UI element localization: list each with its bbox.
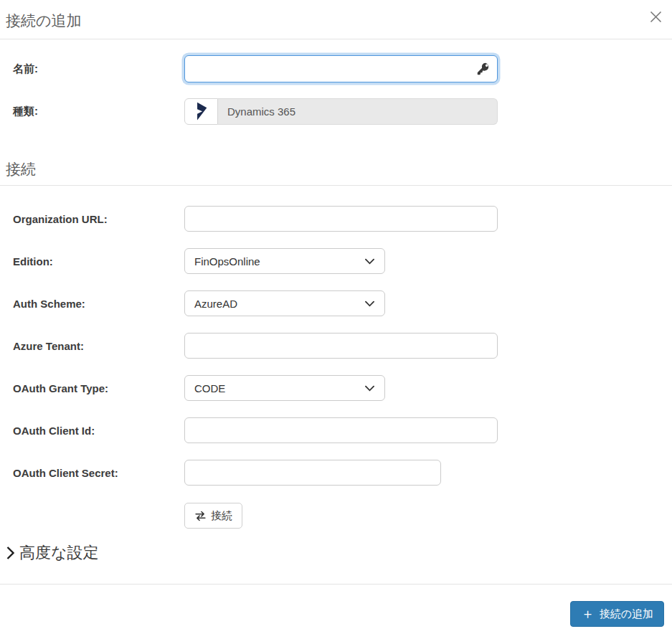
edition-label: Edition: [13,255,184,268]
connection-type-display: Dynamics 365 [184,98,498,125]
dialog-title: 接続の追加 [6,11,82,31]
auth-scheme-row: Auth Scheme: AzureAD [0,290,672,316]
connection-section-title: 接続 [6,159,672,179]
oauth-client-id-label: OAuth Client Id: [13,425,184,437]
advanced-settings-label: 高度な設定 [19,542,99,564]
chevron-down-icon [364,257,375,266]
chevron-right-icon [4,545,16,561]
advanced-settings-toggle[interactable]: 高度な設定 [4,542,672,564]
connect-button-label: 接続 [211,509,232,523]
azure-tenant-input[interactable] [184,333,498,359]
type-label: 種類: [13,105,184,118]
azure-tenant-label: Azure Tenant: [13,340,184,352]
oauth-grant-type-selected-value: CODE [194,382,225,394]
oauth-grant-type-select[interactable]: CODE [184,375,385,401]
close-button[interactable] [646,7,665,26]
oauth-client-id-input[interactable] [184,417,498,443]
organization-url-row: Organization URL: [0,206,672,232]
edition-row: Edition: FinOpsOnline [0,248,672,274]
plus-icon: ＋ [581,607,595,620]
oauth-grant-type-row: OAuth Grant Type: CODE [0,375,672,401]
edition-selected-value: FinOpsOnline [194,255,260,268]
oauth-client-secret-row: OAuth Client Secret: [0,460,672,486]
dialog-footer: ＋ 接続の追加 [0,584,672,634]
edition-select[interactable]: FinOpsOnline [184,248,385,274]
organization-url-label: Organization URL: [13,213,184,225]
auth-scheme-selected-value: AzureAD [194,298,237,310]
chevron-down-icon [364,299,375,308]
oauth-grant-type-label: OAuth Grant Type: [13,382,184,394]
chevron-down-icon [364,384,375,393]
azure-tenant-row: Azure Tenant: [0,333,672,359]
type-field-row: 種類: Dynamics 365 [0,98,672,125]
add-connection-button[interactable]: ＋ 接続の追加 [570,601,664,627]
connect-button[interactable]: 接続 [184,503,242,529]
auth-scheme-select[interactable]: AzureAD [184,290,385,316]
swap-arrows-icon [194,510,207,522]
add-connection-button-label: 接続の追加 [600,607,653,621]
connection-type-value: Dynamics 365 [218,98,498,125]
oauth-client-secret-input[interactable] [184,460,441,486]
oauth-client-id-row: OAuth Client Id: [0,417,672,443]
organization-url-input[interactable] [184,206,498,232]
close-icon [648,9,663,24]
dialog-header: 接続の追加 [0,0,672,39]
dynamics365-icon [184,98,218,125]
auth-scheme-label: Auth Scheme: [13,298,184,310]
name-field-row: 名前: [0,55,672,82]
section-divider [0,185,672,186]
name-label: 名前: [13,62,184,76]
name-input[interactable] [184,55,498,82]
oauth-client-secret-label: OAuth Client Secret: [13,467,184,479]
